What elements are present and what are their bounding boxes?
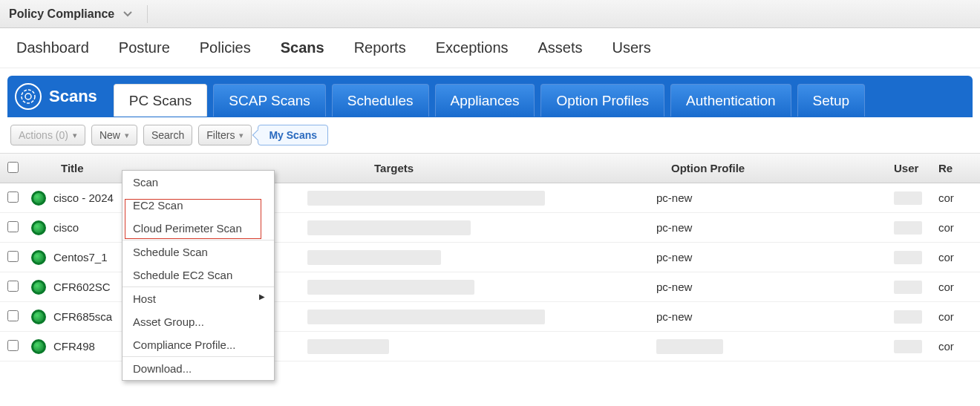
- user-value: [894, 191, 922, 205]
- module-title: Policy Compliance: [9, 7, 114, 21]
- targets-value: [307, 220, 471, 235]
- nav-dashboard[interactable]: Dashboard: [16, 39, 89, 56]
- tab-pc-scans[interactable]: PC Scans: [114, 84, 207, 117]
- tab-appliances[interactable]: Appliances: [435, 84, 535, 117]
- targets-value: [307, 250, 441, 265]
- ref-value: cor: [931, 221, 968, 234]
- user-value: [894, 251, 922, 264]
- scan-title: cisco - 2024: [53, 191, 114, 204]
- section-header: Scans: [15, 83, 97, 110]
- module-bar: Policy Compliance: [0, 0, 980, 28]
- menu-ec2-scan[interactable]: EC2 Scan: [122, 194, 274, 217]
- ref-value: cor: [931, 310, 968, 323]
- chevron-down-icon: [123, 11, 132, 17]
- row-checkbox[interactable]: [7, 251, 19, 262]
- status-dot-icon: [31, 250, 46, 265]
- option-profile-value: pc-new: [649, 251, 886, 263]
- menu-compliance-profile[interactable]: Compliance Profile...: [122, 333, 274, 356]
- search-button[interactable]: Search: [143, 125, 192, 145]
- option-profile-value: pc-new: [649, 221, 886, 234]
- select-all-checkbox[interactable]: [7, 162, 19, 173]
- menu-scan[interactable]: Scan: [122, 171, 274, 194]
- option-profile-value: pc-new: [649, 281, 886, 293]
- svg-point-0: [22, 90, 35, 103]
- ref-value: cor: [931, 281, 968, 293]
- menu-schedule-ec2-scan[interactable]: Schedule EC2 Scan: [122, 263, 274, 287]
- sub-nav-bar: Scans PC ScansSCAP ScansSchedulesApplian…: [7, 76, 973, 117]
- option-profile-value: [649, 339, 886, 354]
- user-value: [894, 310, 922, 324]
- nav-exceptions[interactable]: Exceptions: [436, 39, 509, 56]
- section-header-label: Scans: [49, 87, 97, 106]
- nav-policies[interactable]: Policies: [200, 39, 251, 56]
- ref-value: cor: [931, 340, 968, 353]
- svg-point-1: [25, 94, 31, 99]
- status-dot-icon: [31, 280, 46, 295]
- new-button[interactable]: New ▾: [91, 125, 137, 145]
- user-value: [894, 281, 922, 294]
- scan-title: CFR685sca: [53, 310, 112, 323]
- user-value: [894, 221, 922, 235]
- nav-assets[interactable]: Assets: [538, 39, 583, 56]
- menu-asset-group[interactable]: Asset Group...: [122, 310, 274, 333]
- scans-logo-icon: [15, 83, 42, 110]
- main-nav: DashboardPosturePoliciesScansReportsExce…: [0, 28, 980, 68]
- col-option[interactable]: Option Profile: [649, 162, 886, 174]
- targets-value: [307, 191, 545, 206]
- toolbar: Actions (0) ▾ New ▾ Search Filters ▾ My …: [0, 117, 980, 153]
- row-checkbox[interactable]: [7, 221, 19, 232]
- option-profile-value: pc-new: [649, 310, 886, 323]
- chevron-down-icon: ▾: [125, 131, 129, 140]
- nav-users[interactable]: Users: [612, 39, 651, 56]
- new-dropdown-menu: ScanEC2 ScanCloud Perimeter ScanSchedule…: [122, 170, 275, 381]
- filters-button[interactable]: Filters ▾: [198, 125, 252, 145]
- actions-button[interactable]: Actions (0) ▾: [10, 125, 85, 145]
- nav-posture[interactable]: Posture: [119, 39, 170, 56]
- targets-value: [307, 339, 389, 354]
- status-dot-icon: [31, 339, 46, 354]
- scan-title: CFR602SC: [53, 281, 111, 293]
- menu-schedule-scan[interactable]: Schedule Scan: [122, 240, 274, 263]
- scan-title: Centos7_1: [53, 251, 108, 263]
- ref-value: cor: [931, 191, 968, 204]
- status-dot-icon: [31, 310, 46, 324]
- menu-download[interactable]: Download...: [122, 356, 274, 380]
- targets-value: [307, 280, 474, 295]
- tab-option-profiles[interactable]: Option Profiles: [540, 84, 664, 117]
- tab-authentication[interactable]: Authentication: [670, 84, 791, 117]
- tab-scap-scans[interactable]: SCAP Scans: [213, 84, 325, 117]
- tab-schedules[interactable]: Schedules: [332, 84, 429, 117]
- nav-reports[interactable]: Reports: [354, 39, 406, 56]
- status-dot-icon: [31, 220, 46, 235]
- ref-value: cor: [931, 251, 968, 263]
- chevron-down-icon: ▾: [239, 131, 244, 140]
- row-checkbox[interactable]: [7, 281, 19, 292]
- row-checkbox[interactable]: [7, 191, 19, 203]
- tab-setup[interactable]: Setup: [797, 84, 866, 117]
- status-dot-icon: [31, 191, 46, 206]
- scan-title: cisco: [53, 221, 79, 234]
- chevron-down-icon: ▾: [73, 131, 77, 140]
- menu-cloud-perimeter-scan[interactable]: Cloud Perimeter Scan: [122, 217, 274, 240]
- col-ref[interactable]: Re: [931, 162, 968, 174]
- option-profile-value: pc-new: [649, 191, 886, 204]
- row-checkbox[interactable]: [7, 340, 19, 351]
- nav-scans[interactable]: Scans: [281, 39, 324, 56]
- user-value: [894, 340, 922, 353]
- col-user[interactable]: User: [886, 162, 931, 174]
- module-dropdown[interactable]: [123, 5, 148, 23]
- my-scans-filter[interactable]: My Scans: [258, 125, 328, 145]
- targets-value: [307, 310, 545, 324]
- row-checkbox[interactable]: [7, 310, 19, 321]
- col-targets[interactable]: Targets: [300, 162, 649, 174]
- scan-title: CFR498: [53, 340, 95, 353]
- menu-host[interactable]: Host: [122, 287, 274, 310]
